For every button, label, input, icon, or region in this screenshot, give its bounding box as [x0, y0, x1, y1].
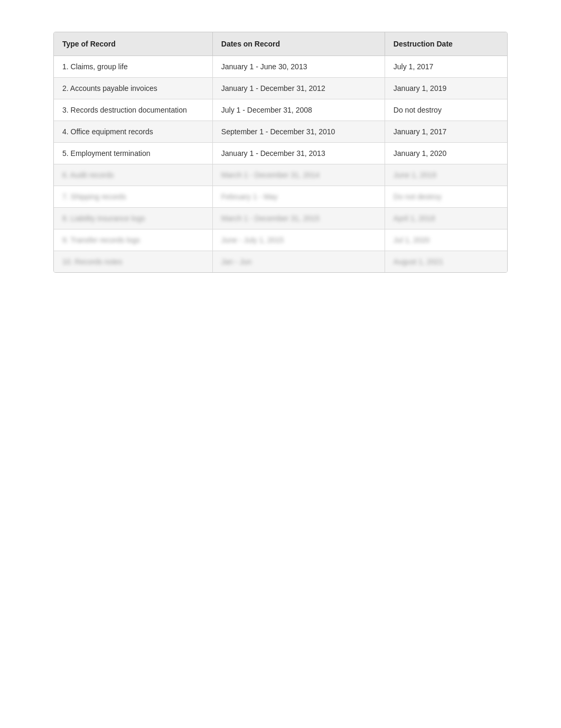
table-row: 2. Accounts payable invoicesJanuary 1 - …	[54, 78, 507, 99]
cell-dates: January 1 - June 30, 2013	[212, 56, 385, 78]
table-row: 8. Liability insurance logsMarch 1 - Dec…	[54, 208, 507, 229]
table-row: 3. Records destruction documentationJuly…	[54, 99, 507, 121]
cell-destruction: Do not destroy	[385, 186, 507, 208]
cell-dates: January 1 - December 31, 2012	[212, 78, 385, 99]
cell-destruction: August 1, 2021	[385, 251, 507, 273]
header-type: Type of Record	[54, 32, 212, 56]
cell-dates: February 1 - May	[212, 186, 385, 208]
cell-type: 10. Records notes	[54, 251, 212, 273]
table-header-row: Type of Record Dates on Record Destructi…	[54, 32, 507, 56]
table-row: 9. Transfer records logsJune - July 1, 2…	[54, 229, 507, 251]
cell-dates: March 1 - December 31, 2015	[212, 208, 385, 229]
cell-destruction: July 1, 2017	[385, 56, 507, 78]
cell-dates: March 1 - December 31, 2014	[212, 164, 385, 186]
cell-destruction: Do not destroy	[385, 99, 507, 121]
cell-type: 3. Records destruction documentation	[54, 99, 212, 121]
cell-type: 5. Employment termination	[54, 143, 212, 164]
table-row: 1. Claims, group lifeJanuary 1 - June 30…	[54, 56, 507, 78]
cell-dates: September 1 - December 31, 2010	[212, 121, 385, 143]
cell-dates: June - July 1, 2015	[212, 229, 385, 251]
cell-type: 4. Office equipment records	[54, 121, 212, 143]
table-row: 4. Office equipment recordsSeptember 1 -…	[54, 121, 507, 143]
cell-type: 1. Claims, group life	[54, 56, 212, 78]
cell-type: 8. Liability insurance logs	[54, 208, 212, 229]
header-destruction: Destruction Date	[385, 32, 507, 56]
records-table: Type of Record Dates on Record Destructi…	[53, 32, 508, 273]
cell-type: 7. Shipping records	[54, 186, 212, 208]
table-row: 6. Audit recordsMarch 1 - December 31, 2…	[54, 164, 507, 186]
table-row: 7. Shipping recordsFebruary 1 - MayDo no…	[54, 186, 507, 208]
cell-dates: Jan - Jun	[212, 251, 385, 273]
header-dates: Dates on Record	[212, 32, 385, 56]
cell-type: 6. Audit records	[54, 164, 212, 186]
cell-destruction: June 1, 2019	[385, 164, 507, 186]
cell-type: 9. Transfer records logs	[54, 229, 212, 251]
cell-destruction: January 1, 2020	[385, 143, 507, 164]
cell-type: 2. Accounts payable invoices	[54, 78, 212, 99]
cell-dates: July 1 - December 31, 2008	[212, 99, 385, 121]
table-row: 10. Records notesJan - JunAugust 1, 2021	[54, 251, 507, 273]
cell-destruction: January 1, 2017	[385, 121, 507, 143]
cell-destruction: January 1, 2019	[385, 78, 507, 99]
cell-destruction: Jul 1, 2020	[385, 229, 507, 251]
cell-destruction: April 1, 2018	[385, 208, 507, 229]
table-row: 5. Employment terminationJanuary 1 - Dec…	[54, 143, 507, 164]
cell-dates: January 1 - December 31, 2013	[212, 143, 385, 164]
